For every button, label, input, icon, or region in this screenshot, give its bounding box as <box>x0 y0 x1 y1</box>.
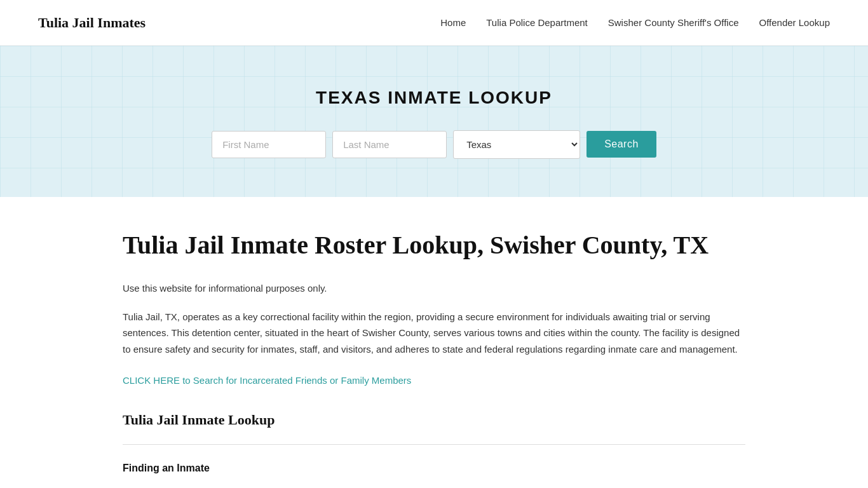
description-text: Tulia Jail, TX, operates as a key correc… <box>123 309 745 358</box>
last-name-input[interactable] <box>332 131 447 158</box>
nav-link[interactable]: Home <box>440 17 466 28</box>
main-content: Tulia Jail Inmate Roster Lookup, Swisher… <box>85 197 783 488</box>
disclaimer-text: Use this website for informational purpo… <box>123 281 745 296</box>
search-button[interactable]: Search <box>587 131 656 158</box>
first-name-input[interactable] <box>212 131 326 158</box>
nav-link[interactable]: Offender Lookup <box>759 17 830 28</box>
nav-link[interactable]: Swisher County Sheriff's Office <box>608 17 739 28</box>
site-logo[interactable]: Tulia Jail Inmates <box>38 11 146 34</box>
search-form: TexasAlabamaAlaskaArizonaArkansasCalifor… <box>13 130 855 159</box>
hero-banner: TEXAS INMATE LOOKUP TexasAlabamaAlaskaAr… <box>0 46 868 197</box>
cta-link[interactable]: CLICK HERE to Search for Incarcerated Fr… <box>123 373 411 388</box>
hero-title: TEXAS INMATE LOOKUP <box>13 84 855 112</box>
section-heading: Tulia Jail Inmate Lookup <box>123 409 745 431</box>
sub-heading: Finding an Inmate <box>123 460 745 477</box>
page-heading: Tulia Jail Inmate Roster Lookup, Swisher… <box>123 229 745 262</box>
state-select[interactable]: TexasAlabamaAlaskaArizonaArkansasCalifor… <box>453 130 580 159</box>
nav-list: HomeTulia Police DepartmentSwisher Count… <box>440 15 830 31</box>
section-divider <box>123 444 745 445</box>
nav-link[interactable]: Tulia Police Department <box>486 17 588 28</box>
main-nav: HomeTulia Police DepartmentSwisher Count… <box>440 15 830 31</box>
site-header: Tulia Jail Inmates HomeTulia Police Depa… <box>0 0 868 46</box>
